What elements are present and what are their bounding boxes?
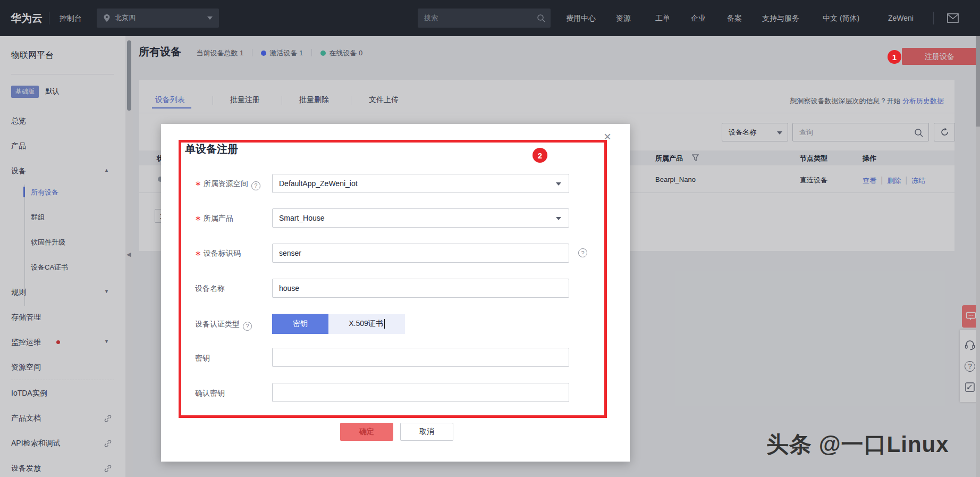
cancel-button[interactable]: 取消 xyxy=(400,423,453,441)
watermark: 头条 @一口Linux xyxy=(766,430,949,459)
annotation-rectangle xyxy=(179,140,607,418)
annotation-badge-2: 2 xyxy=(533,148,547,163)
confirm-button[interactable]: 确定 xyxy=(340,423,393,441)
annotation-badge-1: 1 xyxy=(888,50,901,64)
